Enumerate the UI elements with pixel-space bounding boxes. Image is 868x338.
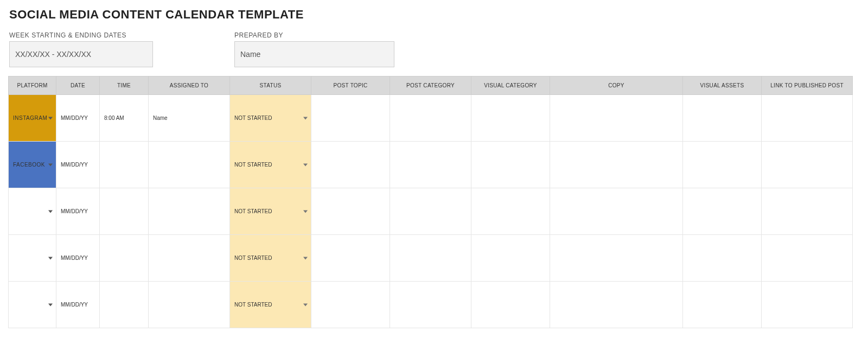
table-row: INSTAGRAMMM/DD/YY8:00 AMNameNOT STARTED	[9, 95, 853, 142]
visual-category-cell[interactable]	[471, 142, 550, 188]
status-label: NOT STARTED	[234, 162, 272, 168]
chevron-down-icon	[303, 163, 308, 166]
date-cell[interactable]: MM/DD/YY	[56, 95, 100, 142]
header-row: PLATFORM DATE TIME ASSIGNED TO STATUS PO…	[9, 76, 853, 95]
header-copy: COPY	[550, 76, 683, 95]
category-cell[interactable]	[390, 95, 471, 142]
table-row: MM/DD/YYNOT STARTED	[9, 188, 853, 235]
status-cell[interactable]: NOT STARTED	[230, 235, 311, 282]
platform-cell[interactable]	[9, 282, 56, 328]
category-cell[interactable]	[390, 142, 471, 188]
topic-cell[interactable]	[311, 235, 390, 282]
status-cell[interactable]: NOT STARTED	[230, 282, 311, 328]
week-input[interactable]: XX/XX/XX - XX/XX/XX	[9, 41, 153, 67]
platform-label: INSTAGRAM	[13, 115, 47, 121]
platform-label: FACEBOOK	[13, 162, 45, 168]
week-label: WEEK STARTING & ENDING DATES	[9, 31, 153, 39]
table-row: MM/DD/YYNOT STARTED	[9, 282, 853, 328]
prepared-input[interactable]: Name	[234, 41, 394, 67]
category-cell[interactable]	[390, 282, 471, 328]
page-title: SOCIAL MEDIA CONTENT CALENDAR TEMPLATE	[9, 8, 860, 22]
assets-cell[interactable]	[683, 95, 762, 142]
prepared-label: PREPARED BY	[234, 31, 394, 39]
assets-cell[interactable]	[683, 282, 762, 328]
copy-cell[interactable]	[550, 282, 683, 328]
header-link: LINK TO PUBLISHED POST	[762, 76, 853, 95]
time-cell[interactable]	[100, 142, 149, 188]
assigned-cell[interactable]	[149, 142, 230, 188]
time-cell[interactable]	[100, 282, 149, 328]
copy-cell[interactable]	[550, 188, 683, 235]
prepared-block: PREPARED BY Name	[234, 31, 394, 67]
time-cell[interactable]	[100, 235, 149, 282]
header-time: TIME	[100, 76, 149, 95]
topic-cell[interactable]	[311, 95, 390, 142]
topic-cell[interactable]	[311, 282, 390, 328]
platform-cell[interactable]	[9, 235, 56, 282]
date-cell[interactable]: MM/DD/YY	[56, 142, 100, 188]
status-label: NOT STARTED	[234, 302, 272, 308]
link-cell[interactable]	[762, 282, 853, 328]
week-value: XX/XX/XX - XX/XX/XX	[15, 50, 91, 59]
header-platform: PLATFORM	[9, 76, 56, 95]
header-date: DATE	[56, 76, 100, 95]
time-cell[interactable]	[100, 188, 149, 235]
status-cell[interactable]: NOT STARTED	[230, 95, 311, 142]
chevron-down-icon	[303, 117, 308, 119]
platform-cell[interactable]: FACEBOOK	[9, 142, 56, 188]
link-cell[interactable]	[762, 188, 853, 235]
chevron-down-icon	[48, 210, 53, 213]
week-block: WEEK STARTING & ENDING DATES XX/XX/XX - …	[9, 31, 153, 67]
date-cell[interactable]: MM/DD/YY	[56, 188, 100, 235]
chevron-down-icon	[48, 163, 53, 166]
assigned-cell[interactable]	[149, 188, 230, 235]
link-cell[interactable]	[762, 95, 853, 142]
chevron-down-icon	[48, 117, 53, 119]
chevron-down-icon	[48, 303, 53, 306]
platform-cell[interactable]	[9, 188, 56, 235]
copy-cell[interactable]	[550, 142, 683, 188]
status-label: NOT STARTED	[234, 115, 272, 121]
topic-cell[interactable]	[311, 188, 390, 235]
assets-cell[interactable]	[683, 235, 762, 282]
copy-cell[interactable]	[550, 235, 683, 282]
link-cell[interactable]	[762, 235, 853, 282]
header-status: STATUS	[230, 76, 311, 95]
visual-category-cell[interactable]	[471, 95, 550, 142]
table-row: MM/DD/YYNOT STARTED	[9, 235, 853, 282]
visual-category-cell[interactable]	[471, 235, 550, 282]
header-assets: VISUAL ASSETS	[683, 76, 762, 95]
assigned-cell[interactable]	[149, 282, 230, 328]
visual-category-cell[interactable]	[471, 188, 550, 235]
copy-cell[interactable]	[550, 95, 683, 142]
category-cell[interactable]	[390, 235, 471, 282]
table-row: FACEBOOKMM/DD/YYNOT STARTED	[9, 142, 853, 188]
status-label: NOT STARTED	[234, 255, 272, 261]
chevron-down-icon	[48, 257, 53, 259]
header-category: POST CATEGORY	[390, 76, 471, 95]
assets-cell[interactable]	[683, 188, 762, 235]
meta-row: WEEK STARTING & ENDING DATES XX/XX/XX - …	[9, 31, 860, 67]
header-topic: POST TOPIC	[311, 76, 390, 95]
date-cell[interactable]: MM/DD/YY	[56, 235, 100, 282]
status-label: NOT STARTED	[234, 208, 272, 214]
status-cell[interactable]: NOT STARTED	[230, 142, 311, 188]
chevron-down-icon	[303, 257, 308, 259]
time-cell[interactable]: 8:00 AM	[100, 95, 149, 142]
assigned-cell[interactable]: Name	[149, 95, 230, 142]
prepared-value: Name	[240, 50, 260, 59]
assets-cell[interactable]	[683, 142, 762, 188]
date-cell[interactable]: MM/DD/YY	[56, 282, 100, 328]
calendar-table: PLATFORM DATE TIME ASSIGNED TO STATUS PO…	[8, 76, 853, 328]
link-cell[interactable]	[762, 142, 853, 188]
category-cell[interactable]	[390, 188, 471, 235]
header-assigned: ASSIGNED TO	[149, 76, 230, 95]
chevron-down-icon	[303, 303, 308, 306]
assigned-cell[interactable]	[149, 235, 230, 282]
topic-cell[interactable]	[311, 142, 390, 188]
header-visual-category: VISUAL CATEGORY	[471, 76, 550, 95]
platform-cell[interactable]: INSTAGRAM	[9, 95, 56, 142]
status-cell[interactable]: NOT STARTED	[230, 188, 311, 235]
chevron-down-icon	[303, 210, 308, 213]
visual-category-cell[interactable]	[471, 282, 550, 328]
